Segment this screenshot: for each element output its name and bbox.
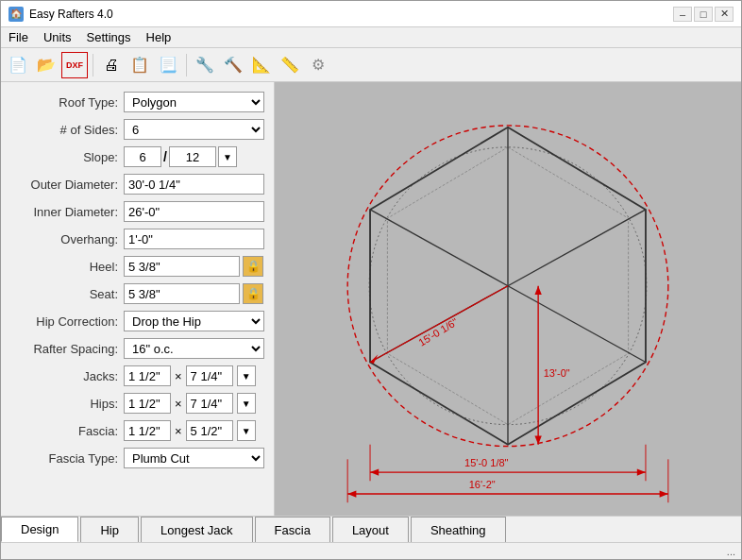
main-window: 🏠 Easy Rafters 4.0 – □ ✕ File Units Sett…: [0, 0, 742, 560]
sides-control: 4 5 6 7 8: [124, 119, 264, 140]
roof-type-select[interactable]: Polygon Hip Gable: [124, 92, 264, 112]
fascia-dim2[interactable]: [186, 420, 233, 441]
slope-dropdown-btn[interactable]: ▼: [218, 146, 237, 167]
sides-row: # of Sides: 4 5 6 7 8: [10, 119, 264, 140]
slope-inputs: / ▼: [124, 146, 237, 167]
heel-input[interactable]: [124, 256, 240, 277]
title-bar-left: 🏠 Easy Rafters 4.0: [8, 7, 113, 22]
minimize-button[interactable]: –: [673, 7, 692, 22]
inner-diameter-input[interactable]: [124, 201, 264, 222]
sides-label: # of Sides:: [10, 123, 124, 137]
toolbar-sep-1: [93, 54, 93, 76]
svg-text:16'-2": 16'-2": [469, 479, 496, 490]
fascia-label: Fascia:: [10, 424, 124, 438]
print2-button[interactable]: 📋: [126, 52, 153, 78]
outer-diameter-row: Outer Diameter:: [10, 174, 264, 195]
hips-dropdown-btn[interactable]: ▼: [237, 393, 256, 414]
new-button[interactable]: 📄: [5, 52, 31, 78]
menu-file[interactable]: File: [1, 28, 36, 46]
tab-sheathing[interactable]: Sheathing: [411, 517, 506, 542]
jacks-dropdown-btn[interactable]: ▼: [237, 365, 256, 386]
fascia-type-row: Fascia Type: Plumb Cut Square Cut: [10, 448, 264, 468]
jacks-control: × ▼: [124, 365, 264, 386]
sides-select[interactable]: 4 5 6 7 8: [124, 119, 264, 140]
jacks-dim1[interactable]: [124, 365, 171, 386]
menu-help[interactable]: Help: [139, 28, 179, 46]
print1-button[interactable]: 🖨: [98, 52, 125, 78]
tool2-button[interactable]: 🔨: [220, 52, 246, 78]
rafter-spacing-control: 12" o.c. 16" o.c. 24" o.c.: [124, 338, 264, 359]
heel-label: Heel:: [10, 260, 124, 274]
heel-lock-btn[interactable]: 🔒: [243, 256, 263, 277]
hips-x: ×: [175, 397, 182, 411]
fascia-type-control: Plumb Cut Square Cut: [124, 448, 264, 468]
open-button[interactable]: 📂: [33, 52, 59, 78]
hips-label: Hips:: [10, 397, 124, 411]
main-content: Roof Type: Polygon Hip Gable # of Sides:…: [1, 82, 741, 516]
menu-bar: File Units Settings Help: [1, 27, 741, 48]
tab-design[interactable]: Design: [1, 517, 78, 542]
jacks-dim: × ▼: [124, 365, 256, 386]
jacks-dim2[interactable]: [186, 365, 233, 386]
slope-numerator[interactable]: [124, 146, 161, 167]
maximize-button[interactable]: □: [694, 7, 713, 22]
inner-diameter-control: [124, 201, 264, 222]
tool5-button[interactable]: ⚙: [305, 52, 331, 78]
overhang-input[interactable]: [124, 229, 264, 249]
tab-layout[interactable]: Layout: [332, 517, 409, 542]
fascia-dropdown-btn[interactable]: ▼: [237, 420, 256, 441]
overhang-row: Overhang:: [10, 229, 264, 249]
roof-diagram: 15'-0 1/6" 13'-0" 15'-0 1/8": [275, 82, 741, 516]
seat-input[interactable]: [124, 283, 240, 304]
hips-dim2[interactable]: [186, 393, 233, 414]
menu-units[interactable]: Units: [36, 28, 79, 46]
rafter-spacing-row: Rafter Spacing: 12" o.c. 16" o.c. 24" o.…: [10, 338, 264, 359]
hips-dim1[interactable]: [124, 393, 171, 414]
menu-settings[interactable]: Settings: [79, 28, 139, 46]
inner-diameter-label: Inner Diameter:: [10, 205, 124, 219]
slope-slash: /: [163, 149, 167, 164]
outer-diameter-input[interactable]: [124, 174, 264, 195]
title-bar: 🏠 Easy Rafters 4.0 – □ ✕: [1, 1, 741, 27]
status-text: ...: [727, 546, 735, 557]
close-button[interactable]: ✕: [715, 7, 734, 22]
seat-row: Seat: 🔒: [10, 283, 264, 304]
overhang-label: Overhang:: [10, 232, 124, 246]
tab-hip[interactable]: Hip: [80, 517, 139, 542]
roof-type-row: Roof Type: Polygon Hip Gable: [10, 92, 264, 112]
fascia-control: × ▼: [124, 420, 264, 441]
fascia-type-select[interactable]: Plumb Cut Square Cut: [124, 448, 264, 468]
fascia-x: ×: [175, 424, 182, 438]
fascia-type-label: Fascia Type:: [10, 451, 124, 466]
hip-correction-row: Hip Correction: Drop the Hip Back the Hi…: [10, 311, 264, 331]
hip-correction-label: Hip Correction:: [10, 314, 124, 329]
slope-denominator[interactable]: [169, 146, 216, 167]
status-bar: ...: [1, 542, 741, 559]
hip-correction-select[interactable]: Drop the Hip Back the Hip None: [124, 311, 264, 331]
right-panel: 15'-0 1/6" 13'-0" 15'-0 1/8": [275, 82, 741, 516]
fascia-row: Fascia: × ▼: [10, 420, 264, 441]
slope-row: Slope: / ▼: [10, 146, 264, 167]
rafter-spacing-label: Rafter Spacing:: [10, 342, 124, 356]
rafter-spacing-select[interactable]: 12" o.c. 16" o.c. 24" o.c.: [124, 338, 264, 359]
print3-button[interactable]: 📃: [155, 52, 181, 78]
tool3-button[interactable]: 📐: [248, 52, 275, 78]
seat-label: Seat:: [10, 287, 124, 301]
dxf-button[interactable]: DXF: [61, 52, 88, 78]
tab-fascia[interactable]: Fascia: [255, 517, 330, 542]
fascia-dim1[interactable]: [124, 420, 171, 441]
tool4-button[interactable]: 📏: [277, 52, 303, 78]
jacks-x: ×: [175, 369, 182, 383]
bottom-tabs: Design Hip Longest Jack Fascia Layout Sh…: [1, 516, 741, 542]
seat-lock-btn[interactable]: 🔒: [243, 283, 263, 304]
roof-type-control: Polygon Hip Gable: [124, 92, 264, 112]
tool1-button[interactable]: 🔧: [192, 52, 218, 78]
app-icon: 🏠: [8, 7, 24, 22]
heel-control: 🔒: [124, 256, 264, 277]
svg-text:13'-0": 13'-0": [544, 367, 570, 379]
tab-longest-jack[interactable]: Longest Jack: [141, 517, 253, 542]
app-title: Easy Rafters 4.0: [29, 8, 113, 21]
outer-diameter-control: [124, 174, 264, 195]
toolbar-sep-2: [186, 54, 187, 76]
hip-correction-control: Drop the Hip Back the Hip None: [124, 311, 264, 331]
